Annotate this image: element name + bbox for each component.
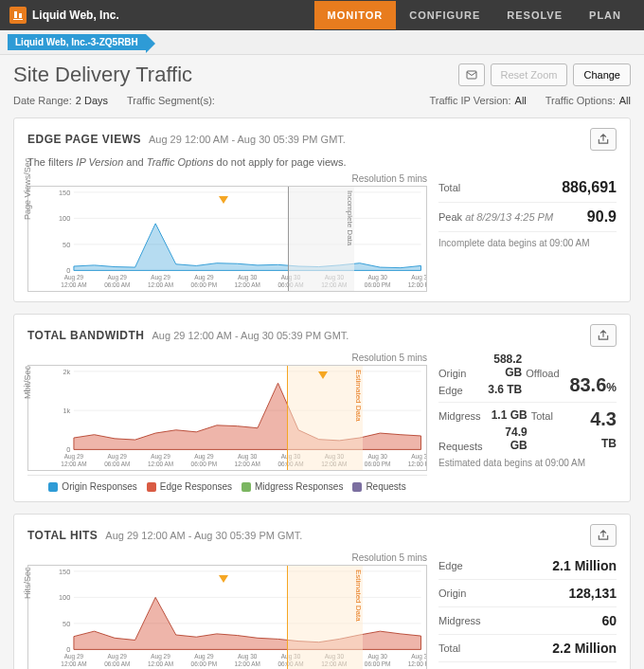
legend-item[interactable]: Edge Responses xyxy=(147,481,232,492)
svg-text:12:00 PM: 12:00 PM xyxy=(408,281,426,288)
breadcrumb-bar: Liquid Web, Inc.-3-ZQ5RBH xyxy=(0,30,644,55)
svg-text:12:00 AM: 12:00 AM xyxy=(148,660,173,667)
svg-text:06:00 PM: 06:00 PM xyxy=(191,660,218,667)
brand-icon xyxy=(9,7,27,24)
svg-text:12:00 PM: 12:00 PM xyxy=(408,461,426,467)
brand: Liquid Web, Inc. xyxy=(9,7,119,24)
tab-resolve[interactable]: RESOLVE xyxy=(493,1,576,29)
svg-text:06:00 AM: 06:00 AM xyxy=(104,660,130,667)
estimated-data-band xyxy=(287,366,363,470)
svg-text:100: 100 xyxy=(59,593,70,602)
svg-text:06:00 PM: 06:00 PM xyxy=(191,461,218,467)
svg-text:12:00 AM: 12:00 AM xyxy=(235,660,260,667)
top-bar: Liquid Web, Inc. MONITOR CONFIGURE RESOL… xyxy=(0,0,644,30)
svg-text:50: 50 xyxy=(63,241,70,249)
incomplete-data-band xyxy=(288,187,354,291)
legend-item[interactable]: Midgress Responses xyxy=(242,481,343,492)
svg-text:12:00 PM: 12:00 PM xyxy=(408,660,426,667)
legend-swatch xyxy=(242,482,251,492)
svg-text:06:00 PM: 06:00 PM xyxy=(191,281,218,288)
edge-chart[interactable]: Page Views/Sec Incomplete Data 050100150… xyxy=(27,186,427,292)
panel-range: Aug 29 12:00 AM - Aug 30 05:39 PM GMT. xyxy=(152,330,349,341)
svg-text:06:00 PM: 06:00 PM xyxy=(365,461,391,467)
svg-text:12:00 AM: 12:00 AM xyxy=(235,461,260,467)
svg-marker-79 xyxy=(219,575,228,583)
y-axis-label: Mbit/Sec xyxy=(23,366,32,399)
legend-item[interactable]: Origin Responses xyxy=(48,481,136,492)
nav-tabs: MONITOR CONFIGURE RESOLVE PLAN xyxy=(314,1,635,29)
filter-traffic-segments: Traffic Segment(s): xyxy=(127,95,215,106)
peak-marker-icon xyxy=(318,370,328,381)
edge-stats: Total886,691 Peak at 8/29/13 4:25 PM90.9… xyxy=(438,173,617,292)
legend-label: Requests xyxy=(366,481,405,492)
bandwidth-chart[interactable]: Mbit/Sec Estimated Data 01k2kAug 2912:00… xyxy=(27,365,427,471)
estimated-data-band xyxy=(287,566,363,669)
panel-title: EDGE PAGE VIEWS xyxy=(27,133,141,146)
panel-range: Aug 29 12:00 AM - Aug 30 05:39 PM GMT. xyxy=(149,134,346,145)
legend-swatch xyxy=(48,482,58,492)
svg-text:12:00 AM: 12:00 AM xyxy=(61,461,86,467)
stats-note: Estimated data begins at 09:00 AM xyxy=(438,458,617,468)
panel-title: TOTAL HITS xyxy=(27,529,98,542)
tab-plan[interactable]: PLAN xyxy=(576,1,635,29)
svg-text:1k: 1k xyxy=(63,407,70,415)
filter-date-range: Date Range:2 Days xyxy=(13,95,108,106)
mail-button[interactable] xyxy=(458,63,485,86)
svg-text:12:00 AM: 12:00 AM xyxy=(61,660,86,667)
tab-configure[interactable]: CONFIGURE xyxy=(396,1,493,29)
y-axis-label: Page Views/Sec xyxy=(23,158,32,220)
panel-note: The filters IP Version and Traffic Optio… xyxy=(27,156,617,168)
page-title: Site Delivery Traffic xyxy=(13,63,192,87)
estimated-data-label: Estimated Data xyxy=(354,570,363,622)
hits-stats: Edge2.1 Million Origin128,131 Midgress60… xyxy=(438,552,617,669)
legend-item[interactable]: Requests xyxy=(352,481,405,492)
panel-title: TOTAL BANDWIDTH xyxy=(27,329,145,342)
svg-marker-52 xyxy=(318,371,328,379)
legend-swatch xyxy=(147,482,156,492)
filters-bar: Date Range:2 Days Traffic Segment(s): Tr… xyxy=(13,95,631,106)
y-axis-label: Hits/Sec xyxy=(23,567,32,599)
share-button[interactable] xyxy=(590,524,617,547)
svg-text:06:00 AM: 06:00 AM xyxy=(104,281,130,288)
svg-text:06:00 PM: 06:00 PM xyxy=(365,660,391,667)
page-header: Site Delivery Traffic Reset Zoom Change xyxy=(13,63,631,87)
svg-text:12:00 AM: 12:00 AM xyxy=(235,281,260,288)
svg-text:150: 150 xyxy=(59,568,70,576)
svg-text:150: 150 xyxy=(59,189,70,197)
peak-marker-icon xyxy=(219,573,228,585)
bandwidth-legend: Origin ResponsesEdge ResponsesMidgress R… xyxy=(27,475,427,492)
panel-range: Aug 29 12:00 AM - Aug 30 05:39 PM GMT. xyxy=(105,530,302,541)
change-button[interactable]: Change xyxy=(573,63,631,86)
legend-label: Origin Responses xyxy=(62,481,136,492)
panel-total-bandwidth: TOTAL BANDWIDTH Aug 29 12:00 AM - Aug 30… xyxy=(13,314,631,502)
svg-text:12:00 AM: 12:00 AM xyxy=(148,281,173,288)
share-button[interactable] xyxy=(590,128,617,151)
estimated-data-label: Estimated Data xyxy=(354,370,363,422)
legend-swatch xyxy=(352,482,362,492)
resolution-label: Resolution 5 mins xyxy=(27,353,427,363)
bandwidth-stats: Origin588.2 GB Offload83.6% Edge3.6 TB M… xyxy=(438,353,617,492)
svg-text:12:00 AM: 12:00 AM xyxy=(148,461,173,467)
brand-name: Liquid Web, Inc. xyxy=(32,9,119,22)
peak-marker-icon xyxy=(219,194,228,206)
panel-edge-page-views: EDGE PAGE VIEWS Aug 29 12:00 AM - Aug 30… xyxy=(13,118,631,302)
share-button[interactable] xyxy=(590,324,617,347)
legend-label: Edge Responses xyxy=(160,481,232,492)
filter-ip-version: Traffic IP Version:All xyxy=(430,95,527,106)
stats-note: Incomplete data begins at 09:00 AM xyxy=(438,238,617,248)
incomplete-data-label: Incomplete Data xyxy=(346,190,354,245)
breadcrumb[interactable]: Liquid Web, Inc.-3-ZQ5RBH xyxy=(8,34,146,50)
svg-text:06:00 AM: 06:00 AM xyxy=(104,461,130,467)
svg-text:06:00 PM: 06:00 PM xyxy=(365,281,391,288)
legend-label: Midgress Responses xyxy=(255,481,343,492)
svg-text:100: 100 xyxy=(59,214,70,223)
tab-monitor[interactable]: MONITOR xyxy=(314,1,397,29)
hits-chart[interactable]: Hits/Sec Estimated Data 050100150Aug 291… xyxy=(27,565,427,669)
svg-text:12:00 AM: 12:00 AM xyxy=(61,281,86,288)
panel-total-hits: TOTAL HITS Aug 29 12:00 AM - Aug 30 05:3… xyxy=(13,514,631,669)
svg-text:50: 50 xyxy=(63,620,70,628)
resolution-label: Resolution 5 mins xyxy=(27,173,427,184)
resolution-label: Resolution 5 mins xyxy=(27,552,427,563)
reset-zoom-button[interactable]: Reset Zoom xyxy=(491,63,568,86)
filter-traffic-options: Traffic Options:All xyxy=(546,95,631,106)
